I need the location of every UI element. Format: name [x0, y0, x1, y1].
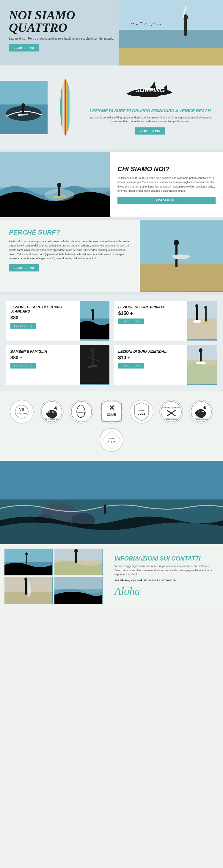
chi-siamo-content: CHI SIAMO NOI? Le lezioni di surf SouthC… [110, 152, 223, 217]
svg-text:CLUB: CLUB [137, 412, 145, 415]
svg-text:SURF: SURF [109, 437, 115, 440]
lesson-1-cta[interactable]: LEGGI DI PIÙ [10, 323, 36, 329]
contact-img-3 [4, 577, 53, 604]
chi-siamo-text: Le lezioni di surf SouthCal sono nate da… [117, 176, 216, 193]
svg-point-10 [22, 103, 25, 107]
lesson-3-price: $80 + [10, 355, 75, 361]
lesson-card-3: BAMBINI E FAMIGLIA $80 + LEGGI DI PIÙ [6, 345, 109, 385]
section-divider-1 [0, 149, 223, 152]
svg-point-24 [174, 240, 179, 246]
svg-point-76 [25, 553, 28, 555]
lesson-card-2-content: LEZIONE DI SURF PRIVATA $150 + LEGGI DI … [114, 301, 188, 341]
perche-cta-button[interactable]: LEGGI DI PIÙ [9, 264, 39, 272]
svg-rect-31 [196, 307, 198, 321]
lesson-3-image [80, 345, 109, 385]
hero-title: NOI SIAMO QUATTRO [9, 9, 122, 34]
surf-lesson-text: Fare una lezione di surf di gruppo stand… [83, 116, 217, 124]
hero-cta-button[interactable]: LEGGI DI PIÙ [9, 44, 39, 52]
section-divider-2 [0, 217, 223, 220]
hero-image [119, 0, 223, 65]
svg-text:SURF: SURF [198, 410, 205, 413]
perche-text: Molti surfisti iniziano la giornata nell… [9, 239, 131, 261]
hero-content: NOI SIAMO QUATTRO Lezioni di surf Perth,… [9, 9, 122, 52]
contact-section: INFORMAZIONI SUI CONTATTI Venite a raggi… [0, 544, 223, 608]
svg-text:PROFESSIONAL: PROFESSIONAL [45, 418, 58, 420]
contact-img-1 [4, 549, 53, 576]
lesson-1-price: $80 + [10, 315, 75, 320]
svg-rect-2 [119, 48, 223, 65]
perche-title: PERCHÉ SURF? [9, 228, 131, 236]
svg-rect-27 [92, 311, 94, 320]
lesson-2-title: LEZIONE DI SURF PRIVATA [118, 305, 183, 309]
svg-text:PROFESSIONAL: PROFESSIONAL [195, 418, 208, 420]
lessons-grid-section: LEZIONE DI SURF DI GRUPPO STANDARD $80 +… [0, 295, 223, 391]
contact-images [0, 544, 107, 608]
logo-badge-6: SURFING SCHOOL PROFESSIONAL [159, 400, 183, 424]
logos-section: VS SURF CLUB SURF SHOP PROFESSIONAL SURF… [0, 391, 223, 461]
svg-rect-79 [75, 552, 77, 563]
lesson-2-image [187, 301, 217, 341]
svg-point-32 [195, 304, 198, 308]
contact-title: INFORMAZIONI SUI CONTATTI [114, 555, 216, 562]
chi-siamo-cta-button[interactable]: LEGGI DI PIÙ [117, 197, 216, 204]
perche-surf-content: PERCHÉ SURF? Molti surfisti iniziano la … [0, 220, 140, 292]
svg-text:VS: VS [19, 407, 24, 412]
lesson-4-cta[interactable]: LEGGI DI PIÙ [118, 363, 144, 369]
svg-text:CLUB: CLUB [108, 440, 116, 444]
logo-badge-5: SURF CLUB [129, 400, 153, 424]
surfing-brand: SURFING LEZIONE DI SURF DI GRUPPO STANDA… [83, 74, 223, 141]
svg-rect-83 [25, 580, 27, 595]
lesson-4-price: $10 + [118, 355, 183, 361]
surfboard-decoration [53, 78, 77, 137]
lesson-card-1: LEZIONE DI SURF DI GRUPPO STANDARD $80 +… [6, 301, 109, 341]
svg-point-34 [204, 306, 207, 309]
lesson-card-1-content: LEZIONE DI SURF DI GRUPPO STANDARD $80 +… [6, 301, 80, 341]
contact-content: INFORMAZIONI SUI CONTATTI Venite a raggi… [107, 544, 223, 608]
svg-rect-1 [119, 30, 223, 51]
svg-text:CLUB: CLUB [107, 413, 116, 416]
svg-point-42 [199, 348, 202, 352]
svg-rect-17 [58, 186, 60, 196]
lesson-1-title: LEZIONE DI SURF DI GRUPPO STANDARD [10, 305, 75, 314]
svg-rect-3 [184, 18, 187, 36]
perche-surf-image [140, 220, 223, 292]
lesson-card-4: LEZIONI DI SURF AZIENDALI $10 + LEGGI DI… [114, 345, 217, 385]
aloha-signature: Aloha [114, 585, 216, 597]
lesson-card-4-content: LEZIONI DI SURF AZIENDALI $10 + LEGGI DI… [114, 345, 188, 385]
lesson-card-3-content: BAMBINI E FAMIGLIA $80 + LEGGI DI PIÙ [6, 345, 80, 385]
logo-badge-8: SURF CLUB [100, 428, 123, 452]
logo-badge-2: SURF SHOP PROFESSIONAL [40, 400, 64, 424]
lesson-3-cta[interactable]: LEGGI DI PIÙ [10, 363, 36, 369]
svg-rect-21 [140, 220, 223, 267]
logo-badge-4: ✕ CLUB [100, 400, 123, 424]
section-divider-3 [0, 292, 223, 295]
svg-rect-15 [0, 152, 110, 188]
svg-point-72 [104, 504, 106, 508]
svg-text:✕: ✕ [109, 404, 114, 412]
svg-rect-75 [26, 555, 27, 563]
perche-surf-section: PERCHÉ SURF? Molti surfisti iniziano la … [0, 220, 223, 292]
svg-text:SURF SHOP: SURF SHOP [44, 410, 59, 413]
svg-rect-41 [200, 351, 201, 363]
logo-badge-1: VS SURF CLUB [10, 400, 34, 424]
hero-subtitle: Lezioni di surf Perth, orgogliosa di ess… [9, 36, 122, 41]
lesson-2-price: $150 + [118, 311, 183, 316]
svg-rect-30 [187, 318, 217, 339]
svg-rect-66 [0, 461, 223, 505]
svg-text:SURFING: SURFING [77, 411, 86, 413]
chi-siamo-title: CHI SIAMO NOI? [117, 165, 216, 173]
svg-text:PROFESSIONAL: PROFESSIONAL [165, 418, 178, 420]
svg-text:SURF: SURF [138, 409, 145, 412]
svg-rect-35 [80, 345, 109, 384]
lesson-2-cta[interactable]: LEGGI DI PIÙ [118, 318, 144, 324]
chi-siamo-image [0, 152, 110, 217]
svg-point-80 [74, 549, 78, 553]
contact-address: 350 5th Ave, New York, NY 10118 1 212-73… [114, 579, 216, 582]
surf-lesson-cta-button[interactable]: LEGGI DI PIÙ [135, 127, 165, 134]
lesson-3-title: BAMBINI E FAMIGLIA [10, 349, 75, 353]
contact-text: Venite a raggiungerci informazioni e pro… [114, 564, 216, 577]
contact-img-2 [54, 549, 103, 576]
chi-siamo-section: CHI SIAMO NOI? Le lezioni di surf SouthC… [0, 152, 223, 217]
lesson-4-title: LEZIONI DI SURF AZIENDALI [118, 349, 183, 353]
contact-img-4 [54, 577, 103, 604]
